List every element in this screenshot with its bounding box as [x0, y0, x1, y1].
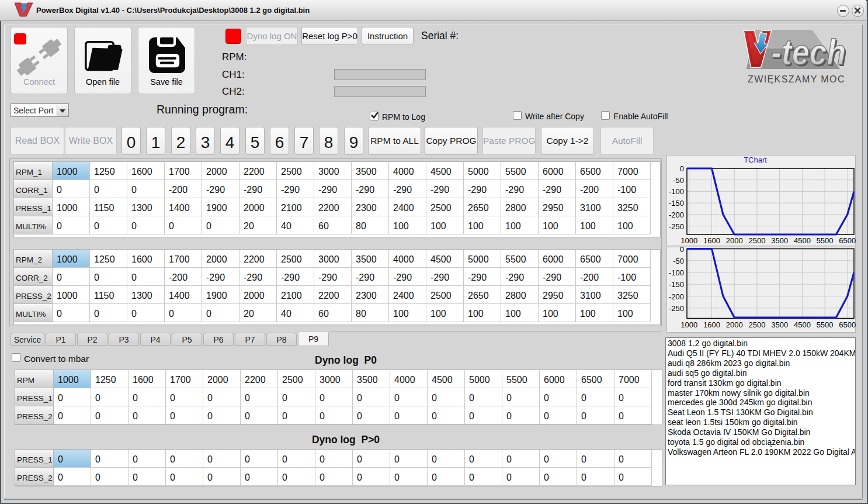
svg-text:1600: 1600 — [703, 320, 720, 329]
svg-text:2500: 2500 — [749, 320, 766, 329]
svg-text:TChart: TChart — [744, 156, 767, 164]
svg-text:4500: 4500 — [794, 236, 811, 245]
svg-text:3500: 3500 — [771, 236, 788, 245]
svg-text:0: 0 — [680, 164, 684, 173]
svg-text:-250: -250 — [669, 304, 684, 313]
svg-text:-250: -250 — [669, 222, 684, 231]
svg-text:-50: -50 — [673, 257, 684, 265]
svg-text:3500: 3500 — [771, 320, 788, 329]
svg-text:4500: 4500 — [794, 320, 811, 329]
svg-text:-200: -200 — [669, 292, 684, 301]
svg-text:2000: 2000 — [726, 320, 743, 329]
svg-text:-tech: -tech — [771, 32, 846, 72]
svg-text:-100: -100 — [669, 268, 684, 277]
svg-text:5500: 5500 — [817, 320, 834, 329]
svg-text:1000: 1000 — [680, 320, 697, 329]
svg-text:1000: 1000 — [680, 236, 697, 245]
svg-text:ZWIĘKSZAMY MOC: ZWIĘKSZAMY MOC — [748, 74, 845, 84]
svg-text:-150: -150 — [669, 280, 684, 289]
svg-text:6500: 6500 — [839, 236, 856, 245]
svg-text:1600: 1600 — [703, 236, 720, 245]
svg-text:2000: 2000 — [726, 236, 743, 245]
svg-text:0: 0 — [680, 247, 684, 254]
svg-text:-100: -100 — [669, 187, 684, 196]
svg-text:-50: -50 — [673, 176, 684, 185]
svg-text:5500: 5500 — [817, 236, 834, 245]
svg-text:2500: 2500 — [749, 236, 766, 245]
svg-text:-200: -200 — [669, 210, 684, 219]
svg-text:-150: -150 — [669, 199, 684, 208]
svg-text:6500: 6500 — [839, 320, 856, 329]
